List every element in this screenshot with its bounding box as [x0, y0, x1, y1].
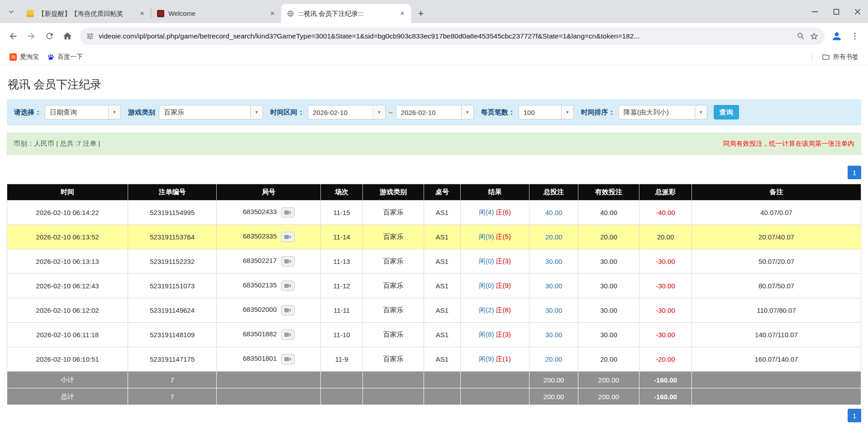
cell-bet-id: 523191153764 — [128, 225, 217, 249]
date-from-input[interactable]: 2026-02-10 ▼ — [308, 105, 386, 119]
total-bet-link[interactable]: 30.00 — [545, 282, 563, 290]
cell-empty — [461, 372, 529, 388]
chevron-down-icon[interactable]: ▼ — [461, 105, 473, 119]
tab-search-button[interactable] — [5, 6, 17, 18]
tab-close-icon[interactable]: × — [267, 9, 277, 19]
table-row[interactable]: 2026-02-10 06:12:43 523191151073 6835021… — [7, 274, 861, 298]
subtotal-count: 7 — [128, 372, 217, 388]
home-button[interactable] — [59, 28, 76, 45]
cell-game: 百家乐 — [363, 274, 424, 298]
cell-time: 2026-02-10 06:13:13 — [7, 249, 128, 274]
browser-menu-button[interactable] — [846, 28, 863, 45]
date-to-value: 2026-02-10 — [396, 105, 461, 119]
cell-total-bet: 20.00 — [529, 347, 578, 372]
reload-button[interactable] — [41, 28, 58, 45]
total-bet-link[interactable]: 20.00 — [545, 355, 563, 363]
cell-time: 2026-02-10 06:12:02 — [7, 298, 128, 323]
maximize-button[interactable] — [825, 0, 847, 23]
tab-title: 【新提醒】【海燕优质回帖奖 — [38, 10, 133, 18]
tab-forum[interactable]: 【新提醒】【海燕优质回帖奖 × — [21, 4, 151, 23]
url-text[interactable]: videoie.com/ipl/portal.php/game/betrecor… — [99, 32, 789, 40]
total-bet-link[interactable]: 30.00 — [545, 331, 563, 339]
pagination-top: 1 — [7, 166, 861, 179]
page-title: 视讯 会员下注纪录 — [8, 77, 860, 92]
page-1-button[interactable]: 1 — [848, 409, 861, 422]
replay-video-button[interactable] — [281, 256, 295, 267]
forward-button[interactable] — [23, 28, 40, 45]
cell-valid-bet: 30.00 — [578, 298, 639, 323]
tab-close-icon[interactable]: × — [137, 9, 147, 19]
subtotal-payout: -160.00 — [639, 372, 692, 388]
result-player: 闲(0) — [479, 257, 494, 265]
minimize-button[interactable] — [804, 0, 825, 23]
chevron-down-icon[interactable]: ▼ — [373, 105, 385, 119]
search-button[interactable]: 查询 — [714, 105, 739, 119]
replay-video-button[interactable] — [281, 207, 295, 218]
total-bet-link[interactable]: 40.00 — [545, 209, 563, 216]
col-result: 结果 — [461, 184, 529, 201]
pagination-bottom: 1 — [7, 409, 861, 422]
time-range-label: 时间区间： — [270, 108, 304, 117]
round-id: 683502135 — [243, 281, 277, 289]
per-page-select[interactable]: 100 ▼ — [519, 105, 574, 119]
total-bet-link[interactable]: 20.00 — [545, 233, 563, 241]
address-bar[interactable]: videoie.com/ipl/portal.php/game/betrecor… — [80, 28, 825, 45]
query-type-select[interactable]: 日期查询 ▼ — [45, 105, 121, 119]
page-1-button[interactable]: 1 — [848, 166, 861, 179]
cell-payout: -30.00 — [639, 249, 692, 274]
date-to-input[interactable]: 2026-02-10 ▼ — [396, 105, 474, 119]
profile-button[interactable] — [828, 28, 845, 45]
replay-video-button[interactable] — [281, 354, 295, 364]
new-tab-button[interactable]: + — [414, 7, 428, 20]
star-icon — [810, 32, 819, 41]
table-row[interactable]: 2026-02-10 06:12:02 523191149624 6835020… — [7, 298, 861, 323]
cell-time: 2026-02-10 06:10:51 — [7, 347, 128, 372]
cell-total-bet: 20.00 — [529, 225, 578, 249]
replay-video-button[interactable] — [281, 305, 295, 315]
table-row[interactable]: 2026-02-10 06:10:51 523191147175 6835018… — [7, 347, 861, 372]
chevron-down-icon[interactable]: ▼ — [695, 105, 707, 119]
chevron-down-icon[interactable]: ▼ — [561, 105, 573, 119]
zoom-indicator-button[interactable] — [794, 29, 807, 43]
site-settings-icon[interactable] — [86, 32, 94, 40]
date-from-value: 2026-02-10 — [308, 105, 373, 119]
video-camera-icon — [284, 283, 291, 289]
chevron-down-icon[interactable]: ▼ — [108, 105, 120, 119]
table-row[interactable]: 2026-02-10 06:13:13 523191152232 6835022… — [7, 249, 861, 274]
video-camera-icon — [284, 210, 291, 215]
result-player: 闲(0) — [479, 282, 494, 289]
cell-result: 闲(4) 庄(6) — [461, 201, 529, 225]
cell-note: 80.07/50.07 — [692, 274, 861, 298]
cell-table-no: AS1 — [424, 225, 461, 249]
bookmark-star-button[interactable] — [807, 29, 821, 43]
tab-welcome[interactable]: Welcome × — [151, 4, 281, 23]
tab-close-icon[interactable]: × — [397, 9, 407, 19]
close-window-button[interactable] — [847, 0, 868, 23]
tab-bet-record-active[interactable]: :::视讯 会员下注纪录::: × — [281, 4, 411, 23]
result-player: 闲(9) — [479, 355, 494, 363]
cell-empty — [321, 372, 363, 388]
sort-order-label: 时间排序： — [581, 108, 615, 117]
replay-video-button[interactable] — [281, 330, 295, 340]
baidu-icon — [47, 53, 54, 61]
cell-payout: -30.00 — [639, 323, 692, 347]
game-type-select[interactable]: 百家乐 ▼ — [159, 105, 263, 119]
cell-note: 110.07/80.07 — [692, 298, 861, 323]
table-row[interactable]: 2026-02-10 06:14:22 523191154995 6835024… — [7, 201, 861, 225]
cell-payout: -40.00 — [639, 201, 692, 225]
bookmark-taobao[interactable]: 淘 爱淘宝 — [5, 51, 43, 63]
table-row[interactable]: 2026-02-10 06:11:18 523191148109 6835018… — [7, 323, 861, 347]
replay-video-button[interactable] — [281, 232, 295, 242]
table-row-highlighted[interactable]: 2026-02-10 06:13:52 523191153764 6835023… — [7, 225, 861, 249]
replay-video-button[interactable] — [281, 281, 295, 291]
cell-empty — [217, 372, 321, 388]
chevron-down-icon[interactable]: ▼ — [250, 105, 262, 119]
all-bookmarks-button[interactable]: 所有书签 — [818, 51, 863, 63]
back-button[interactable] — [5, 28, 22, 45]
subtotal-label: 小计 — [7, 372, 128, 388]
browser-window: 【新提醒】【海燕优质回帖奖 × Welcome × :::视讯 会员下注纪录::… — [0, 0, 868, 65]
sort-order-select[interactable]: 降冪(由大到小) ▼ — [619, 105, 707, 119]
total-bet-link[interactable]: 30.00 — [545, 306, 563, 314]
total-bet-link[interactable]: 30.00 — [545, 258, 563, 265]
bookmark-baidu[interactable]: 百度一下 — [43, 51, 87, 63]
